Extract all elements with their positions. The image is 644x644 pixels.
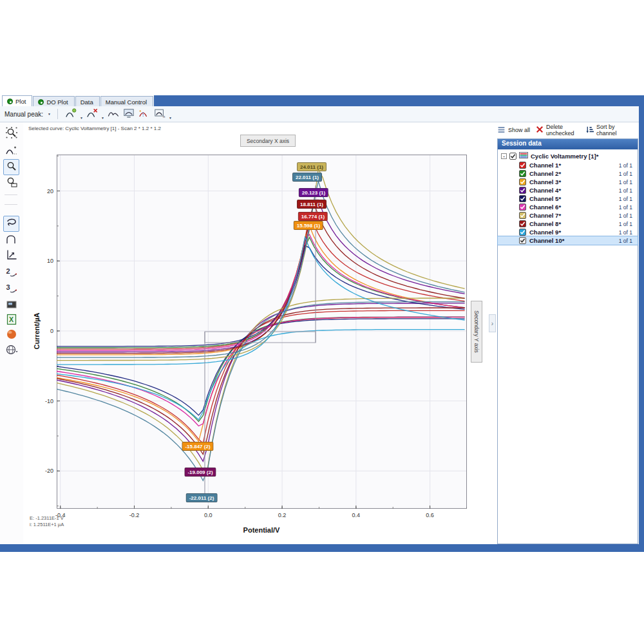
tab-label: DO Plot [46,99,68,106]
peak-value-label[interactable]: 24.011 (1) [297,162,327,171]
tab-bar-fill [154,95,644,106]
peak-pick-tool[interactable] [3,143,19,159]
channel-checkbox[interactable] [519,178,526,185]
channel-checkbox[interactable] [519,229,526,236]
zoom-in-tool[interactable] [3,159,19,175]
y-axis-tick-label: 10 [37,258,53,264]
curve-fit-2-icon: 2 [5,266,18,281]
x-axis-tick-label: 0.4 [346,512,366,518]
peak-marker-icon[interactable] [137,107,152,120]
peak-value-label[interactable]: -19.009 (2) [184,468,216,477]
peak-value-label[interactable]: 22.011 (1) [292,173,322,182]
channel-checkbox[interactable] [519,195,526,202]
sort-by-channel-button[interactable]: Sort by channel [585,124,630,137]
excel-export-tool[interactable]: X [3,312,19,328]
lasso-select-tool[interactable] [3,216,19,232]
channel-row-1[interactable]: Channel 1*1 of 1 [498,161,638,169]
svg-text:2: 2 [6,267,10,275]
channel-row-3[interactable]: Channel 3*1 of 1 [498,178,638,186]
channel-label: Channel 1* [529,162,561,169]
plot-tools-sidebar: 23X [0,122,23,544]
tree-collapse-icon[interactable]: - [501,153,507,159]
secondary-x-axis-button[interactable]: Secondary X axis [240,135,296,147]
channel-checkbox[interactable] [519,220,526,227]
show-all-button[interactable]: Show all [497,126,530,135]
tab-plot[interactable]: Plot [2,95,32,106]
tab-data[interactable]: Data [75,96,100,106]
channel-label: Channel 6* [529,204,561,211]
peak-value-label[interactable]: -22.011 (2) [186,493,218,502]
curve-fit-2-tool[interactable]: 2 [3,265,19,281]
peak-delete-icon[interactable] [84,107,100,120]
curve-fit-3-icon: 3 [5,282,18,298]
root-checkbox[interactable] [509,153,516,160]
dropdown-caret-icon[interactable]: ▼ [167,116,173,120]
cursor-readout-current: i: 1.2511E+1 µA [30,522,64,528]
panel-splitter[interactable]: › [489,314,496,332]
dropdown-caret-icon[interactable]: ▼ [100,116,106,120]
peak-add-icon[interactable] [63,107,79,120]
axes-scale-icon [5,249,18,264]
tab-do-plot[interactable]: DO Plot [33,96,74,106]
channel-checkbox[interactable] [519,237,526,244]
peak-shape-icon[interactable] [106,107,121,120]
zoom-marquee-tool[interactable] [3,126,19,142]
selected-curve-status: Selected curve: Cyclic Voltammetry [1] -… [28,126,161,131]
channel-label: Channel 8* [529,220,561,227]
cv-chart[interactable] [57,155,467,511]
lasso-select-icon [5,216,18,232]
channel-row-10[interactable]: Channel 10*1 of 1 [498,236,638,245]
peak-value-label[interactable]: 20.123 (1) [299,188,328,197]
channel-curve-count: 1 of 1 [619,229,632,236]
window-edge [639,95,644,552]
channel-row-9[interactable]: Channel 9*1 of 1 [498,228,638,236]
channel-checkbox[interactable] [519,187,526,194]
channel-checkbox[interactable] [519,170,526,177]
screenshot-tool[interactable] [3,298,19,314]
channel-row-5[interactable]: Channel 5*1 of 1 [498,194,638,203]
y-axis-tick-label: 20 [37,188,53,194]
toolbar-divider [5,204,17,205]
sphere-3d-tool[interactable] [3,327,19,343]
channel-list: Channel 1*1 of 1Channel 2*1 of 1Channel … [498,161,638,245]
session-tree-root[interactable]: - Cyclic Voltammetry [1]* [498,149,638,161]
secondary-y-axis-button[interactable]: Secondary Y axis [471,301,482,363]
tab-manual-control[interactable]: Manual Control [100,96,153,106]
peak-value-label[interactable]: 16.774 (1) [298,212,328,221]
peak-pick-icon [5,144,18,159]
x-axis-tick-label: -0.4 [51,512,70,518]
axes-scale-tool[interactable] [3,248,19,264]
channel-curve-count: 1 of 1 [619,196,632,202]
peak-value-label[interactable]: 15.598 (1) [294,221,323,230]
channel-row-8[interactable]: Channel 8*1 of 1 [498,220,638,228]
channel-indicator-icon [38,99,44,105]
tree-root-label: Cyclic Voltammetry [1]* [531,153,598,160]
channel-row-7[interactable]: Channel 7*1 of 1 [498,211,638,220]
peak-outline-tool[interactable] [3,232,19,248]
session-data-panel: Session data - Cyclic Voltammetry [1]* C… [497,138,638,544]
curve-fit-3-tool[interactable]: 3 [3,281,19,298]
svg-text:n: n [163,115,165,118]
globe-export-tool[interactable] [3,343,19,359]
y-axis-tick-label: 0 [37,328,53,334]
peak-screen-icon[interactable] [121,107,137,120]
channel-checkbox[interactable] [519,212,526,219]
globe-export-icon [5,343,18,359]
zoom-region-tool[interactable] [3,175,19,191]
peak-window-icon[interactable]: n [152,107,167,120]
peak-value-label[interactable]: -15.847 (2) [182,442,213,451]
status-bar [0,544,644,552]
channel-row-2[interactable]: Channel 2*1 of 1 [498,169,638,178]
manual-peak-dropdown-caret-icon[interactable]: ▼ [46,112,52,116]
y-axis-tick-label: -10 [37,398,53,404]
y-axis-tick-label: -20 [37,468,53,474]
channel-row-4[interactable]: Channel 4*1 of 1 [498,186,638,194]
x-axis-tick-label: -0.2 [125,512,144,518]
channel-row-6[interactable]: Channel 6*1 of 1 [498,203,638,211]
dropdown-caret-icon[interactable]: ▼ [79,116,84,120]
peak-value-label[interactable]: 18.811 (1) [297,200,327,209]
channel-checkbox[interactable] [519,204,526,211]
channel-label: Channel 10* [529,237,564,244]
channel-checkbox[interactable] [519,162,526,169]
delete-unchecked-button[interactable]: Delete unchecked [536,124,580,137]
